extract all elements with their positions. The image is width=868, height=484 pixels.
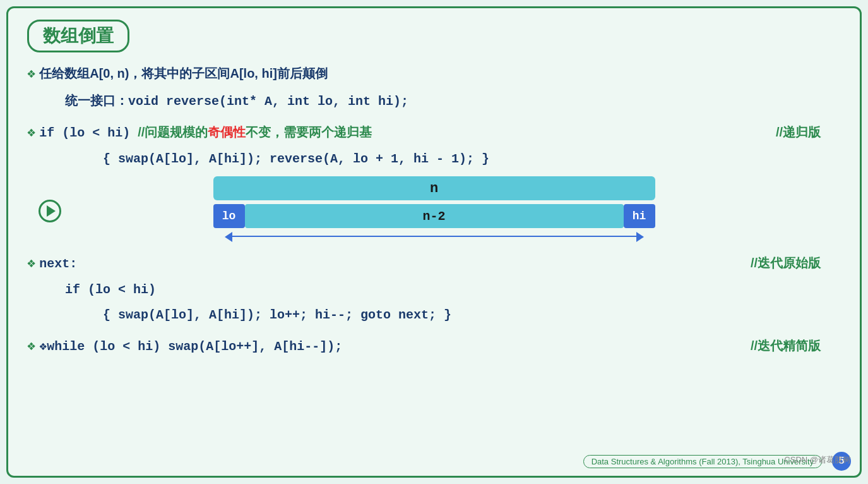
- line7-code: { swap(A[lo], A[hi]); lo++; hi--; goto n…: [103, 308, 451, 322]
- line5: ❖next: //迭代原始版: [27, 253, 841, 274]
- bar-n2: n-2: [245, 204, 624, 228]
- arrow-left-icon: [225, 232, 232, 242]
- line7: { swap(A[lo], A[hi]); lo++; hi--; goto n…: [27, 306, 841, 325]
- line5-right: //迭代原始版: [751, 253, 821, 272]
- line8-code: ❖while (lo < hi) swap(A[lo++], A[hi--]);: [39, 339, 342, 354]
- bar-n: n: [213, 176, 655, 200]
- line5-code: next:: [39, 257, 77, 271]
- line4: { swap(A[lo], A[hi]); reverse(A, lo + 1,…: [27, 150, 841, 169]
- line1: ❖任给数组A[0, n)，将其中的子区间A[lo, hi]前后颠倒: [27, 64, 841, 85]
- line4-code: { swap(A[lo], A[hi]); reverse(A, lo + 1,…: [103, 152, 489, 166]
- line6-code: if (lo < hi): [65, 282, 156, 297]
- line3: ❖if (lo < hi) //问题规模的奇偶性不变，需要两个递归基 //递归版: [27, 123, 841, 143]
- bar-n-label: n: [430, 181, 438, 197]
- bar-lo: lo: [213, 204, 245, 228]
- line2-prefix: 统一接口：: [65, 94, 128, 107]
- csdn-watermark: CSDN @诸葛胧树: [784, 454, 851, 466]
- line2-code: void reverse(int* A, int lo, int hi);: [128, 94, 408, 109]
- bullet8: ❖: [27, 339, 35, 354]
- line1-text: 任给数组A[0, n)，将其中的子区间A[lo, hi]前后颠倒: [39, 66, 328, 80]
- arrow-row: [213, 228, 655, 246]
- play-button[interactable]: [39, 200, 61, 222]
- bullet1: ❖: [27, 66, 35, 82]
- diagram-area: n lo n-2 hi: [27, 176, 841, 246]
- line8-right: //迭代精简版: [751, 336, 821, 355]
- line3-after: 不变，需要两个递归基: [246, 125, 372, 139]
- title-text: 数组倒置: [43, 27, 114, 47]
- bar-hi: hi: [624, 204, 655, 228]
- play-icon: [47, 205, 56, 217]
- line3-comment: //问题规模的: [138, 125, 208, 139]
- title-badge: 数组倒置: [27, 20, 129, 52]
- bar-row: lo n-2 hi: [213, 204, 655, 228]
- line8: ❖❖while (lo < hi) swap(A[lo++], A[hi--])…: [27, 336, 841, 357]
- arrow-right-icon: [636, 232, 644, 242]
- line6: if (lo < hi): [27, 281, 841, 299]
- main-container: 数组倒置 ❖任给数组A[0, n)，将其中的子区间A[lo, hi]前后颠倒 统…: [6, 6, 862, 478]
- line3-code: if (lo < hi): [39, 126, 138, 140]
- bullet5: ❖: [27, 256, 35, 272]
- bullet3: ❖: [27, 125, 35, 141]
- line2: 统一接口：void reverse(int* A, int lo, int hi…: [27, 91, 841, 111]
- line3-right: //递归版: [776, 123, 821, 142]
- line3-red: 奇偶性: [208, 125, 246, 139]
- arrow-line: [229, 236, 639, 237]
